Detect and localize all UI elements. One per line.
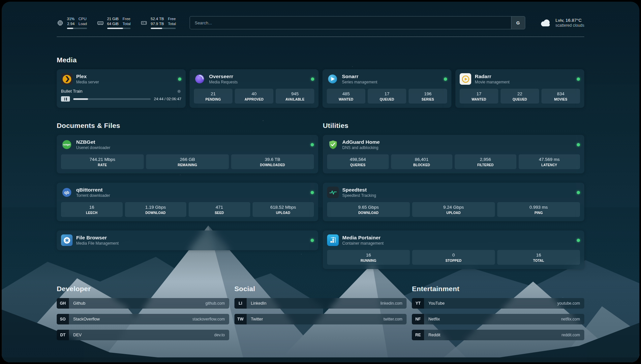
stat-seed: 471 SEED — [189, 202, 250, 217]
service-subtitle: Speedtest Tracking — [342, 193, 376, 198]
bookmark-github[interactable]: GH Github github.com — [57, 298, 229, 309]
cpu-label-top: CPU — [78, 16, 87, 21]
stat-total: 16 TOTAL — [497, 250, 580, 265]
bookmark-name: Reddit — [424, 333, 440, 337]
disk-usage-bar — [151, 28, 176, 29]
playback-time: 24:44 / 02:06:47 — [154, 97, 181, 101]
bookmark-twitter[interactable]: TW Twitter twitter.com — [234, 314, 407, 324]
portainer-icon — [327, 234, 339, 246]
stat-download: 1.19 Gbps DOWNLOAD — [125, 202, 187, 217]
utilities-column: Utilities — [323, 122, 584, 269]
service-card-speedtest[interactable]: Speedtest Speedtest Tracking 9.65 Gbps D… — [323, 183, 584, 221]
cloud-icon — [539, 18, 552, 28]
service-name: Radarr — [475, 73, 509, 79]
bookmark-youtube[interactable]: YT YouTube youtube.com — [412, 298, 584, 309]
nzbget-icon: nzbget — [61, 139, 73, 150]
stat-wanted: 485 WANTED — [327, 89, 365, 104]
bookmark-abbr: YT — [412, 298, 424, 309]
bookmark-name: YouTube — [424, 301, 444, 306]
qbittorrent-icon: qb — [61, 187, 73, 198]
overseerr-icon — [194, 73, 205, 85]
playback-progress-bar[interactable] — [73, 98, 151, 100]
dashboard-screen: 31% CPU 2.94 Load — [2, 2, 639, 362]
service-name: Media Portainer — [342, 234, 383, 241]
bookmark-url: twitter.com — [383, 317, 407, 321]
disk-total-value: 97.9 TB — [151, 21, 164, 26]
service-card-sonarr[interactable]: Sonarr Series management 485 WANTED 17 Q… — [322, 69, 451, 108]
bookmark-abbr: NF — [412, 314, 424, 324]
disk-label-bottom: Total — [168, 21, 176, 26]
stat-latency: 47.569 ms LATENCY — [519, 154, 580, 169]
service-name: Plex — [76, 73, 99, 79]
service-card-nzbget[interactable]: nzbget NZBGet Usenet downloader 74 — [57, 135, 318, 173]
service-subtitle: Media server — [76, 80, 99, 85]
settings-gear-icon[interactable] — [177, 89, 181, 94]
section-title-developer: Developer — [57, 285, 229, 293]
bookmark-name: Twitter — [247, 317, 263, 321]
bookmark-url: reddit.com — [562, 333, 584, 337]
bookmark-dev[interactable]: DT DEV dev.to — [57, 330, 229, 340]
service-name: Overseerr — [209, 73, 238, 79]
plex-icon — [61, 73, 73, 85]
service-subtitle: Movie management — [475, 80, 509, 85]
weather-location-temp: Lviv, 16.87°C — [556, 17, 584, 23]
service-card-radarr[interactable]: Radarr Movie management 17 WANTED 22 QUE… — [455, 69, 584, 108]
disk-free-value: 52.4 TB — [151, 16, 164, 21]
stat-series: 196 SERIES — [409, 89, 447, 104]
bookmark-group-developer: Developer GH Github github.com SO StackO… — [57, 285, 229, 340]
stat-queued: 17 QUEUED — [368, 89, 406, 104]
bookmark-url: github.com — [205, 301, 229, 306]
service-card-qbittorrent[interactable]: qb qBittorrent Torrent downloader — [57, 183, 318, 221]
service-subtitle: Media Requests — [209, 80, 238, 85]
service-card-adguard[interactable]: AdGuard Home DNS and adblocking 498,564 … — [323, 135, 584, 173]
section-title-media: Media — [57, 56, 584, 64]
stat-filtered: 2,956 FILTERED — [455, 154, 516, 169]
service-subtitle: Media File Management — [76, 241, 119, 246]
stat-approved: 40 APPROVED — [235, 89, 273, 104]
bookmark-netflix[interactable]: NF Netflix netflix.com — [412, 314, 584, 324]
bookmark-linkedin[interactable]: LI LinkedIn linkedin.com — [234, 298, 407, 309]
service-subtitle: DNS and adblocking — [342, 145, 380, 150]
weather-widget[interactable]: Lviv, 16.87°C scattered clouds — [539, 17, 584, 28]
stat-queued: 22 QUEUED — [501, 89, 539, 104]
bookmark-name: LinkedIn — [247, 301, 266, 306]
status-dot — [311, 239, 314, 242]
stat-ping: 0.993 ms PING — [497, 202, 580, 217]
memory-free-value: 21 GiB — [107, 16, 119, 21]
stat-download: 9.65 Gbps DOWNLOAD — [327, 202, 410, 217]
bookmark-name: Github — [69, 301, 85, 306]
disk-label-top: Free — [168, 16, 176, 21]
memory-usage-bar — [107, 28, 131, 29]
bookmark-group-entertainment: Entertainment YT YouTube youtube.com NF … — [412, 285, 584, 340]
memory-total-value: 64 GiB — [107, 21, 119, 26]
now-playing-title: Bullet Train — [61, 89, 82, 94]
pause-button[interactable] — [61, 96, 70, 102]
search-provider-button[interactable]: G — [511, 16, 525, 29]
bookmark-reddit[interactable]: RE Reddit reddit.com — [412, 330, 584, 340]
documents-column: Documents & Files nzbget — [57, 122, 318, 250]
bookmark-url: youtube.com — [557, 301, 584, 306]
status-dot — [178, 77, 181, 81]
service-name: AdGuard Home — [342, 139, 380, 145]
bookmark-name: DEV — [69, 333, 82, 337]
status-dot — [577, 77, 580, 81]
cpu-icon — [57, 19, 64, 26]
section-title-entertainment: Entertainment — [412, 285, 584, 293]
search-input[interactable] — [190, 16, 511, 29]
service-card-portainer[interactable]: Media Portainer Container management 16 … — [323, 230, 584, 269]
bookmark-url: linkedin.com — [381, 301, 407, 306]
service-name: NZBGet — [76, 139, 110, 145]
service-card-plex[interactable]: Plex Media server Bullet Train — [57, 69, 186, 108]
section-title-documents: Documents & Files — [57, 122, 318, 130]
bookmark-stackoverflow[interactable]: SO StackOverflow stackoverflow.com — [57, 314, 229, 324]
memory-icon — [97, 19, 104, 26]
service-name: Speedtest — [342, 187, 376, 193]
bookmark-abbr: TW — [234, 314, 247, 324]
search-bar: G — [190, 16, 525, 29]
bookmark-abbr: SO — [57, 314, 69, 324]
stat-upload: 9.24 Gbps UPLOAD — [412, 202, 495, 217]
status-dot — [577, 239, 580, 242]
service-card-overseerr[interactable]: Overseerr Media Requests 21 PENDING 40 A… — [190, 69, 319, 108]
service-card-filebrowser[interactable]: File Browser Media File Management — [57, 230, 318, 250]
bookmark-abbr: RE — [412, 330, 424, 340]
